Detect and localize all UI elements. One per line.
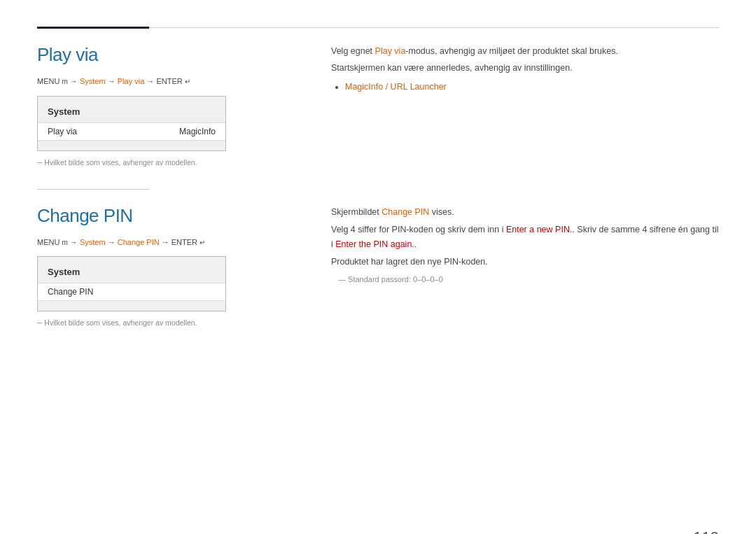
- change-pin-inline: Change PIN: [382, 207, 429, 217]
- system-label2: System: [80, 238, 106, 246]
- menu-icon: m: [62, 78, 67, 85]
- change-pin-menu-path: MENU m → System → Change PIN → ENTER ↵: [37, 237, 289, 248]
- menu-prefix2: MENU: [37, 238, 62, 246]
- magicinfo-link: MagicInfo / URL Launcher: [345, 82, 447, 92]
- change-pin-desc3: Produktet har lagret den nye PIN-koden.: [331, 255, 719, 269]
- play-via-system-box: System Play via MagicInfo: [37, 96, 226, 151]
- change-pin-title: Change PIN: [37, 205, 289, 227]
- arrow3: → ENTER: [144, 77, 184, 85]
- change-pin-desc1: Skjermbildet Change PIN vises.: [331, 205, 719, 220]
- change-pin-left: Change PIN MENU m → System → Change PIN …: [37, 205, 317, 328]
- enter-new-pin: Enter a new PIN: [506, 225, 570, 234]
- play-via-desc2: Startskjermen kan være annerledes, avhen…: [331, 61, 719, 75]
- play-via-image-note: Hvilket bilde som vises, avhenger av mod…: [37, 158, 289, 167]
- change-pin-section: Change PIN MENU m → System → Change PIN …: [37, 205, 719, 328]
- arrow1: →: [68, 77, 80, 85]
- change-pin-image-note: Hvilket bilde som vises, avhenger av mod…: [37, 318, 289, 327]
- play-via-label: Play via: [118, 77, 145, 85]
- play-via-title: Play via: [37, 44, 289, 66]
- play-via-desc1: Velg egnet Play via-modus, avhengig av m…: [331, 44, 719, 58]
- play-via-left: Play via MENU m → System → Play via → EN…: [37, 44, 317, 167]
- arrow2: →: [106, 77, 118, 85]
- change-pin-desc2: Velg 4 siffer for PIN-koden og skriv dem…: [331, 223, 719, 251]
- change-pin-row: Change PIN: [38, 283, 225, 301]
- play-via-right: Velg egnet Play via-modus, avhengig av m…: [317, 44, 719, 167]
- menu-icon2: m: [62, 239, 67, 246]
- enter-icon: ↵: [185, 78, 190, 85]
- change-pin-label: Change PIN: [118, 238, 160, 246]
- top-line-gray: [149, 27, 719, 28]
- system-box-title: System: [38, 104, 225, 122]
- enter-pin-again: Enter the PIN again: [335, 239, 412, 249]
- system-label: System: [80, 77, 106, 85]
- enter-icon2: ↵: [200, 239, 205, 246]
- change-pin-right: Skjermbildet Change PIN vises. Velg 4 si…: [317, 205, 719, 328]
- change-pin-system-title: System: [38, 264, 225, 283]
- play-via-row-label: Play via: [48, 127, 77, 136]
- play-via-menu-path: MENU m → System → Play via → ENTER ↵: [37, 76, 289, 87]
- menu-prefix: MENU: [37, 77, 62, 85]
- standard-password-note: Standard passord: 0–0–0–0: [338, 273, 719, 286]
- section-separator: [37, 189, 149, 190]
- arrow3b: → ENTER: [160, 238, 200, 246]
- play-via-list-item: MagicInfo / URL Launcher: [345, 79, 719, 95]
- change-pin-system-box: System Change PIN: [37, 256, 226, 311]
- arrow2b: →: [106, 238, 118, 246]
- top-line-container: [37, 27, 719, 29]
- top-line-blue: [37, 27, 149, 29]
- play-via-list: MagicInfo / URL Launcher: [331, 79, 719, 95]
- play-via-row-value: MagicInfo: [179, 127, 216, 136]
- page-number: 119: [693, 528, 719, 534]
- page-container: Play via MENU m → System → Play via → EN…: [0, 27, 756, 534]
- play-via-row: Play via MagicInfo: [38, 122, 225, 141]
- arrow1b: →: [68, 238, 80, 246]
- play-via-inline: Play via: [375, 46, 406, 56]
- play-via-section: Play via MENU m → System → Play via → EN…: [37, 44, 719, 167]
